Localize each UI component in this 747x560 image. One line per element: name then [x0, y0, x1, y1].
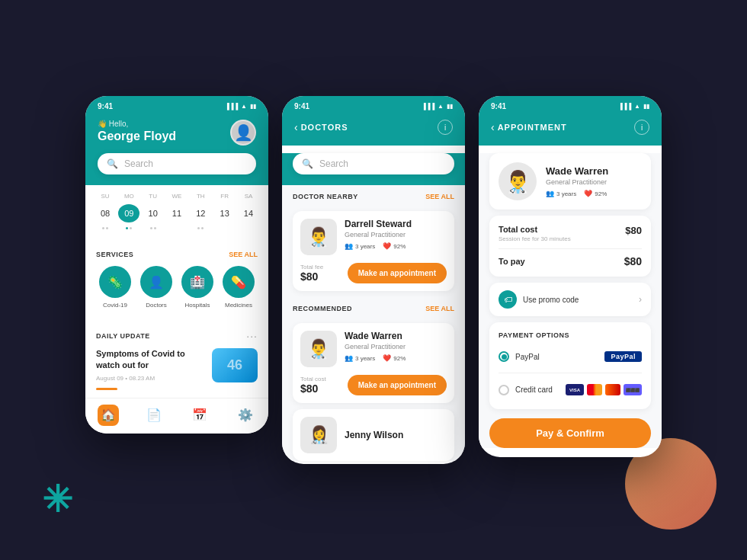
back-button[interactable]: ‹ DOCTORS — [294, 121, 348, 133]
appointment-button-2[interactable]: Make an appointment — [348, 375, 447, 395]
doctor-avatar-2: 👨‍⚕️ — [300, 331, 337, 367]
services-see-all[interactable]: SEE ALL — [229, 251, 258, 258]
paypal-option[interactable]: PayPal PayPal — [499, 347, 642, 366]
signal-icon: ▐▐▐ — [225, 103, 238, 110]
daily-title: DAILY UPDATE — [96, 332, 150, 340]
cal-date-13[interactable]: 13 — [214, 204, 236, 222]
cal-day-sa: SA — [238, 193, 259, 200]
paypal-logo: PayPal — [604, 351, 642, 362]
service-covid[interactable]: 🦠 Covid-19 — [99, 266, 131, 309]
appt-back-title: APPOINTMENT — [498, 123, 567, 132]
mastercard2-logo — [605, 384, 620, 395]
calendar-nav-icon[interactable]: 📅 — [189, 405, 210, 426]
info-button[interactable]: i — [438, 120, 453, 135]
recommended-see-all[interactable]: SEE ALL — [425, 305, 454, 312]
service-medicines[interactable]: 💊 Medicines — [223, 266, 255, 309]
promo-icon: 🏷 — [499, 290, 517, 309]
search-placeholder: Search — [124, 158, 153, 169]
cal-date-08[interactable]: 08 — [95, 204, 116, 222]
status-time-1: 9:41 — [98, 102, 113, 110]
services-header: SERVICES SEE ALL — [85, 243, 268, 263]
pay-confirm-button[interactable]: Pay & Confirm — [489, 418, 651, 448]
phone-doctors: 9:41 ▐▐▐ ▲ ▮▮ ‹ DOCTORS i 🔍 Search — [282, 96, 465, 464]
medicines-label: Medicines — [225, 302, 252, 309]
cal-day-th: TH — [190, 193, 211, 200]
promo-arrow-icon: › — [639, 294, 642, 305]
cal-date-14[interactable]: 14 — [238, 204, 259, 222]
search-placeholder-2: Search — [319, 158, 348, 169]
more-options-icon[interactable]: ··· — [246, 330, 258, 342]
battery-icon: ▮▮ — [250, 103, 256, 110]
news-image: 46 — [212, 348, 258, 382]
doctor-rating-1: 92% — [393, 243, 406, 250]
cal-day-we: WE — [166, 193, 188, 200]
credit-radio[interactable] — [499, 385, 509, 395]
appointment-body: 👨‍⚕️ Wade Warren General Practitioner 👥 … — [479, 153, 662, 448]
total-cost-label: Total cost — [499, 225, 571, 234]
search-icon: 🔍 — [107, 158, 118, 169]
promo-text: Use promo code — [523, 296, 579, 304]
total-cost-amount: $80 — [625, 225, 642, 236]
status-icons-2: ▐▐▐ ▲ ▮▮ — [422, 103, 453, 110]
wifi-icon: ▲ — [241, 103, 247, 110]
asterisk-decoration: ✳ — [42, 482, 72, 518]
nearby-header: DOCTOR NEARBY SEE ALL — [282, 185, 465, 205]
payment-title: PAYMENT OPTIONS — [499, 331, 642, 339]
jenny-name: Jenny Wilson — [345, 430, 403, 440]
cal-day-mo: MO — [118, 193, 139, 200]
back-arrow-icon: ‹ — [294, 121, 298, 133]
settings-nav-icon[interactable]: ⚙️ — [235, 405, 256, 426]
doctor-avatar-1: 👨‍⚕️ — [300, 219, 337, 255]
avatar[interactable]: 👤 — [230, 120, 256, 146]
cal-date-11[interactable]: 11 — [166, 204, 188, 222]
reports-nav-icon[interactable]: 📄 — [143, 405, 165, 426]
doctor-name-1: Darrell Steward — [345, 219, 447, 229]
stripe-logo: ⬛⬛⬛ — [624, 384, 642, 395]
cal-date-09[interactable]: 09 — [118, 204, 139, 222]
phones-container: 9:41 ▐▐▐ ▲ ▮▮ 👋 Hello, George Floyd 👤 🔍 … — [85, 96, 662, 464]
service-doctors[interactable]: 👤 Doctors — [140, 266, 172, 309]
search-bar-doctors[interactable]: 🔍 Search — [293, 153, 454, 174]
phone-appointment: 9:41 ▐▐▐ ▲ ▮▮ ‹ APPOINTMENT i 👨‍⚕️ — [479, 96, 662, 457]
cal-date-12[interactable]: 12 — [190, 204, 211, 222]
jenny-avatar: 👩‍⚕️ — [300, 417, 337, 453]
appt-doctor-card: 👨‍⚕️ Wade Warren General Practitioner 👥 … — [489, 153, 651, 210]
doctors-header: ‹ DOCTORS i — [282, 114, 465, 146]
topay-label: To pay — [499, 257, 525, 266]
appointment-button-1[interactable]: Make an appointment — [348, 263, 447, 283]
info-button-appt[interactable]: i — [634, 120, 649, 135]
visa-logo: VISA — [566, 384, 584, 395]
services-title: SERVICES — [96, 251, 133, 258]
session-label: Session fee for 30 minutes — [499, 235, 571, 242]
cal-day-su: SU — [95, 193, 116, 200]
jenny-card-preview[interactable]: 👩‍⚕️ Jenny Wilson — [293, 409, 454, 461]
doctor-rating-2: 92% — [393, 355, 406, 362]
user-name: George Floyd — [98, 130, 176, 143]
calendar-section: SU MO TU WE TH FR SA 08 09 10 11 12 13 1… — [85, 185, 268, 237]
fee-amount-2: $80 — [300, 382, 326, 395]
wifi-icon-3: ▲ — [634, 103, 640, 110]
cal-date-10[interactable]: 10 — [143, 204, 164, 222]
fee-label-1: Total fee — [300, 264, 323, 270]
back-button-appt[interactable]: ‹ APPOINTMENT — [491, 121, 567, 133]
nearby-see-all[interactable]: SEE ALL — [425, 193, 454, 200]
promo-row[interactable]: 🏷 Use promo code › — [489, 283, 651, 316]
cost-section: Total cost Session fee for 30 minutes $8… — [489, 216, 651, 277]
card-logos: VISA ⬛⬛⬛ — [566, 384, 642, 395]
doctor-card-1: 👨‍⚕️ Darrell Steward General Practitione… — [293, 211, 454, 291]
services-grid: 🦠 Covid-19 👤 Doctors 🏥 Hospitals 💊 Medic… — [85, 263, 268, 316]
news-card[interactable]: Symptoms of Covid to watch out for Augus… — [96, 348, 258, 390]
payment-divider — [499, 373, 642, 373]
fee-label-2: Total cost — [300, 376, 326, 382]
news-date: August 09 • 08.23 AM — [96, 375, 204, 382]
daily-update-section: DAILY UPDATE ··· Symptoms of Covid to wa… — [85, 322, 268, 398]
battery-icon-3: ▮▮ — [643, 103, 649, 110]
paypal-radio[interactable] — [499, 351, 509, 362]
service-hospitals[interactable]: 🏥 Hospitals — [181, 266, 213, 309]
home-nav-icon[interactable]: 🏠 — [98, 405, 119, 426]
search-bar-home[interactable]: 🔍 Search — [98, 153, 256, 174]
credit-card-option[interactable]: Credit card VISA ⬛⬛⬛ — [499, 379, 642, 400]
nearby-title: DOCTOR NEARBY — [293, 193, 358, 200]
search-icon-2: 🔍 — [302, 158, 313, 169]
appt-doctor-rating: 92% — [595, 190, 607, 197]
